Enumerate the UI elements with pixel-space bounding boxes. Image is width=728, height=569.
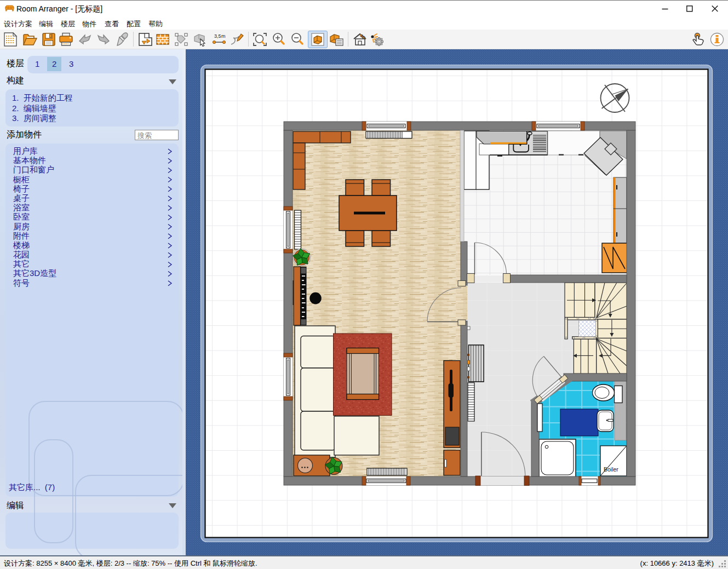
svg-text:Boiler: Boiler <box>604 466 618 473</box>
svg-text:3,5: 3,5 <box>214 33 221 39</box>
svg-text:m: m <box>221 33 226 39</box>
